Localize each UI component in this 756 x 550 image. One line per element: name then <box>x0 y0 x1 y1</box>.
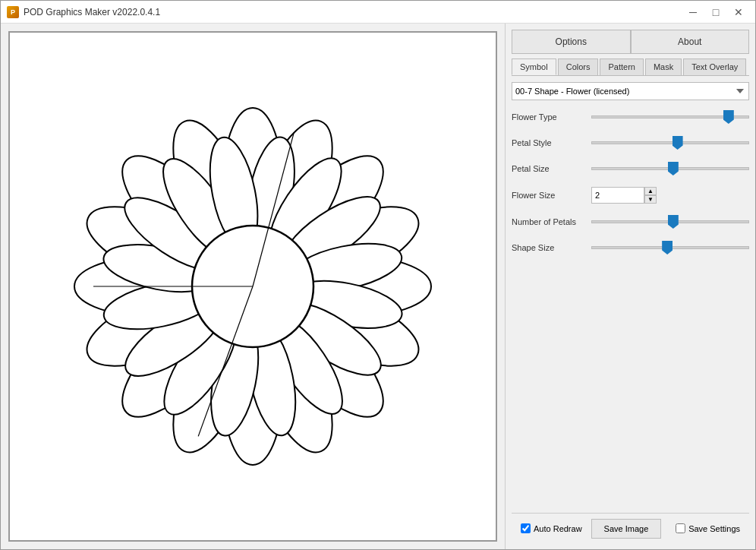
maximize-button[interactable]: □ <box>705 5 726 20</box>
petal-size-slider[interactable] <box>591 167 749 170</box>
flower-size-row: Flower Size ▲ ▼ <box>512 187 749 204</box>
save-settings-check[interactable]: Save Settings <box>676 523 740 533</box>
flower-canvas <box>33 51 473 522</box>
save-image-button[interactable]: Save Image <box>591 519 662 539</box>
flower-size-label: Flower Size <box>512 191 591 200</box>
petal-style-label: Petal Style <box>512 138 591 147</box>
petal-size-label: Petal Size <box>512 164 591 173</box>
number-of-petals-label: Number of Petals <box>512 217 591 226</box>
app-window: P POD Graphics Maker v2022.0.4.1 ─ □ ✕ <box>0 0 756 550</box>
shape-size-slider[interactable] <box>591 246 749 249</box>
auto-redraw-label: Auto Redraw <box>534 524 582 533</box>
auto-redraw-checkbox[interactable] <box>521 523 531 533</box>
tab-mask[interactable]: Mask <box>645 58 682 75</box>
options-button[interactable]: Options <box>512 30 631 54</box>
number-of-petals-slider[interactable] <box>591 220 749 223</box>
tab-symbol[interactable]: Symbol <box>512 58 556 75</box>
save-settings-checkbox[interactable] <box>676 523 685 533</box>
number-of-petals-slider-container <box>591 214 749 229</box>
petal-size-slider-container <box>591 161 749 176</box>
flower-type-label: Flower Type <box>512 112 591 122</box>
shape-dropdown[interactable]: 00-7 Shape - Flower (licensed) <box>512 82 749 100</box>
tab-text-overlay[interactable]: Text Overlay <box>683 58 746 75</box>
petal-style-row: Petal Style <box>512 135 749 150</box>
flower-size-input[interactable] <box>591 187 644 204</box>
flower-size-spinner: ▲ ▼ <box>644 187 657 204</box>
bottom-bar: Auto Redraw Save Image Save Settings <box>512 513 749 543</box>
petal-size-row: Petal Size <box>512 161 749 176</box>
flower-type-row: Flower Type <box>512 109 749 125</box>
about-button[interactable]: About <box>631 30 750 54</box>
flower-size-input-wrapper: ▲ ▼ <box>591 187 657 204</box>
canvas-area <box>1 24 505 549</box>
window-title: POD Graphics Maker v2022.0.4.1 <box>24 7 682 17</box>
petal-style-slider-container <box>591 135 749 150</box>
petal-style-slider[interactable] <box>591 141 749 144</box>
flower-type-slider-container <box>591 109 749 125</box>
number-of-petals-row: Number of Petals <box>512 214 749 229</box>
flower-size-down-button[interactable]: ▼ <box>644 195 657 204</box>
flower-type-slider[interactable] <box>591 115 749 119</box>
tab-colors[interactable]: Colors <box>558 58 599 75</box>
auto-redraw-check[interactable]: Auto Redraw <box>521 523 582 533</box>
minimize-button[interactable]: ─ <box>682 5 704 20</box>
save-settings-label: Save Settings <box>688 524 740 533</box>
right-panel: Options About Symbol Colors Pattern Mask… <box>505 24 755 549</box>
tab-pattern[interactable]: Pattern <box>600 58 643 75</box>
window-controls: ─ □ ✕ <box>682 5 749 20</box>
close-button[interactable]: ✕ <box>728 5 749 20</box>
shape-dropdown-row: 00-7 Shape - Flower (licensed) <box>512 82 749 100</box>
sub-tabs: Symbol Colors Pattern Mask Text Overlay <box>512 58 749 76</box>
shape-size-row: Shape Size <box>512 240 749 255</box>
panel-top-buttons: Options About <box>512 30 749 54</box>
main-content: Options About Symbol Colors Pattern Mask… <box>1 24 755 549</box>
app-icon: P <box>7 6 19 18</box>
canvas-border <box>8 31 497 542</box>
title-bar: P POD Graphics Maker v2022.0.4.1 ─ □ ✕ <box>1 1 755 24</box>
shape-size-slider-container <box>591 240 749 255</box>
shape-size-label: Shape Size <box>512 243 591 252</box>
flower-size-up-button[interactable]: ▲ <box>644 187 657 195</box>
